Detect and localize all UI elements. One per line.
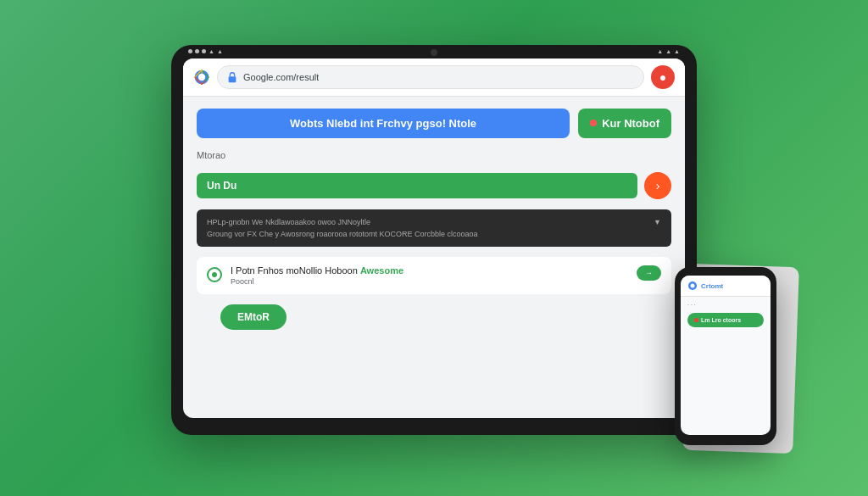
svg-point-1 — [198, 73, 205, 80]
phone-device: Crtomt · · · Lm Lro ctoors — [675, 267, 776, 445]
phone-green-button[interactable]: Lm Lro ctoors — [687, 313, 764, 327]
result-awesome-text: Awesome — [360, 265, 403, 276]
phone-header: Crtomt — [681, 276, 771, 297]
input-field[interactable]: Un Du — [197, 173, 637, 198]
arrow-icon: → — [645, 269, 653, 277]
blue-action-button[interactable]: Wobts Nlebd int Frchvy pgso! Ntole — [197, 109, 570, 138]
email-button[interactable]: EMtoR — [220, 304, 287, 330]
green-action-button[interactable]: Kur Ntobof — [578, 109, 671, 138]
lock-icon — [226, 71, 238, 83]
tablet-device: ▲ ▲ ▲ ▲ ▲ — [171, 45, 697, 435]
green-btn-label: Kur Ntobof — [602, 117, 659, 130]
address-text: Google.com/result — [243, 72, 319, 82]
result-title: I Potn Fnhos moNollio Hoboon Awesome — [231, 265, 628, 276]
input-row: Un Du › — [197, 172, 671, 199]
action-bar: Wobts Nlebd int Frchvy pgso! Ntole Kur N… — [197, 109, 671, 138]
tablet-notch — [396, 45, 472, 55]
svg-rect-2 — [229, 76, 236, 82]
content-area: Wobts Nlebd int Frchvy pgso! Ntole Kur N… — [183, 97, 685, 418]
phone-text: · · · — [687, 302, 764, 308]
phone-btn-label: Lm Lro ctoors — [701, 317, 741, 323]
dot-indicator — [590, 120, 597, 126]
result-title-text: I Potn Fnhos moNollio Hoboon — [231, 265, 360, 276]
svg-point-4 — [691, 284, 695, 288]
result-content: I Potn Fnhos moNollio Hoboon Awesome Poo… — [231, 265, 628, 286]
tablet-camera — [431, 49, 437, 56]
chevron-button[interactable]: › — [644, 172, 671, 199]
browser-red-button[interactable]: ● — [651, 65, 675, 89]
result-arrow-button[interactable]: → — [637, 265, 661, 281]
result-subtitle: Poocnl — [231, 277, 628, 286]
tablet-screen: Google.com/result ● Wobts Nlebd int Frch… — [183, 59, 685, 418]
browser-bar: Google.com/result ● — [183, 59, 685, 97]
text-block-line-2: Groung vor FX Che y Awosrong roaorooa ro… — [207, 230, 661, 238]
address-bar[interactable]: Google.com/result — [217, 65, 644, 89]
browser-icon — [193, 69, 210, 86]
phone-browser-icon — [687, 281, 698, 291]
result-radio-icon — [207, 267, 222, 282]
phone-dot-icon — [694, 318, 698, 322]
phone-content: · · · Lm Lro ctoors — [681, 297, 771, 435]
red-btn-icon: ● — [659, 70, 666, 84]
phone-screen: Crtomt · · · Lm Lro ctoors — [681, 276, 771, 435]
text-block-line-1: HPLp-gnobn We Nkdlawoaakoo owoo JNNoyltl… — [207, 218, 661, 226]
text-block-dark: HPLp-gnobn We Nkdlawoaakoo owoo JNNoyltl… — [197, 209, 671, 247]
info-label: Mtorao — [197, 148, 671, 162]
result-item[interactable]: I Potn Fnhos moNollio Hoboon Awesome Poo… — [197, 257, 671, 294]
scene: ▲ ▲ ▲ ▲ ▲ — [0, 0, 868, 496]
phone-logo: Crtomt — [701, 282, 723, 290]
